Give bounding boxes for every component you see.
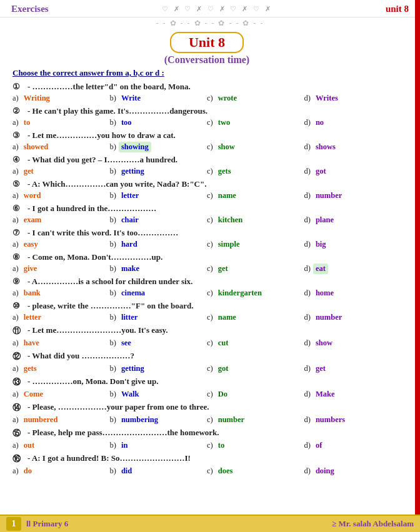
option-label: d) (304, 364, 311, 373)
option-value: to (216, 440, 227, 451)
option-value: cut (216, 338, 231, 348)
option-item: c)got (207, 363, 304, 374)
option-item: d)get (304, 363, 402, 374)
option-value: Do (216, 389, 230, 400)
option-label: d) (304, 264, 311, 273)
option-item: a)have (12, 338, 110, 348)
option-value: number (313, 312, 344, 323)
option-label: d) (304, 94, 311, 103)
option-value: gets (216, 166, 234, 177)
option-label: d) (304, 441, 311, 450)
option-item: a)showed (12, 142, 110, 152)
option-item: a)Writing (12, 93, 110, 104)
option-item: b)too (110, 117, 208, 128)
question-number: ⑤ (12, 179, 28, 189)
option-value: number (216, 415, 247, 425)
option-item: a)get (12, 166, 110, 177)
option-value: simple (216, 239, 242, 250)
question-number: ⑮ (12, 428, 28, 439)
option-item: b)did (110, 466, 208, 476)
option-item: b)Write (110, 93, 208, 104)
option-label: c) (207, 264, 213, 273)
question-text: - I got a hundred in the……………… (28, 204, 401, 214)
option-item: c)show (207, 142, 304, 152)
question-number: ① (12, 82, 28, 92)
option-label: a) (12, 441, 19, 450)
unit-title-box: Unit 8 (12, 32, 401, 53)
option-value: home (313, 288, 336, 298)
option-item: a)gets (12, 363, 110, 374)
option-item: d)no (304, 117, 402, 128)
option-value: Come (21, 389, 46, 400)
question-block: ⑯ - A: I got a hundred! B: So……………………I!a… (12, 453, 401, 476)
option-label: c) (207, 240, 213, 249)
option-value: got (313, 166, 329, 177)
option-item: a)letter (12, 312, 110, 323)
option-label: d) (304, 142, 311, 152)
top-bar: Exercises ♡ ✗ ♡ ✗ ♡ ✗ ♡ ✗ ♡ ✗ unit 8 (0, 0, 420, 17)
question-number: ⑧ (12, 252, 28, 262)
option-label: d) (304, 240, 311, 249)
option-value: did (119, 466, 134, 476)
option-value: cinema (119, 288, 148, 298)
question-block: ① - ……………the letter"d" on the board, Mon… (12, 82, 401, 104)
option-label: a) (12, 215, 19, 225)
option-value: showing (119, 142, 151, 152)
question-block: ⑮ - Please, help me pass……………………the home… (12, 428, 401, 451)
option-label: c) (207, 338, 213, 348)
question-stem: ⑬ - ……………on, Mona. Don't give up. (12, 377, 401, 388)
option-label: c) (207, 94, 213, 103)
option-item: a)give (12, 264, 110, 274)
options-row: a)haveb)seec)cutd)show (12, 338, 401, 348)
option-label: d) (304, 191, 311, 200)
option-value: get (216, 264, 231, 274)
option-value: name (216, 312, 239, 323)
question-text: - ……………on, Mona. Don't give up. (28, 377, 401, 387)
question-block: ⑪ - Let me……………………you. It's easy.a)haveb… (12, 325, 401, 348)
option-value: get (313, 363, 328, 374)
options-row: a)tob)tooc)twod)no (12, 117, 401, 128)
options-row: a)dob)didc)doesd)doing (12, 466, 401, 476)
option-label: a) (12, 94, 19, 103)
question-number: ⑩ (12, 301, 28, 311)
option-item: b)hard (110, 239, 208, 250)
unit-label: unit 8 (386, 4, 409, 14)
option-label: b) (110, 313, 116, 322)
option-value: bank (21, 288, 43, 298)
option-value: wrote (216, 93, 239, 104)
question-text: - A: Which……………can you write, Nada? B:"C… (28, 179, 401, 189)
option-value: numbers (313, 415, 348, 425)
option-value: show (216, 142, 238, 152)
option-item: d)plane (304, 215, 402, 225)
option-label: b) (110, 288, 116, 298)
options-row: a)getsb)gettingc)gotd)get (12, 363, 401, 374)
option-item: d)numbers (304, 415, 402, 425)
option-value: letter (21, 312, 44, 323)
option-label: c) (207, 364, 213, 373)
question-number: ⑭ (12, 402, 28, 413)
question-stem: ⑩ - please, write the ……………"F" on the bo… (12, 301, 401, 311)
option-item: c)get (207, 264, 304, 274)
instruction: Choose the correct answer from a, b,c or… (12, 68, 401, 78)
option-label: b) (110, 390, 116, 399)
option-item: b)chair (110, 215, 208, 225)
option-label: b) (110, 118, 116, 127)
question-block: ⑧ - Come on, Mona. Don't……………up.a)giveb)… (12, 252, 401, 274)
option-label: b) (110, 240, 116, 249)
option-label: a) (12, 118, 19, 127)
question-text: - What did you get? – I…………a hundred. (28, 155, 401, 165)
question-text: - please, write the ……………"F" on the boar… (28, 301, 401, 311)
option-item: c)does (207, 466, 304, 476)
options-row: a)outb)inc)tod)of (12, 440, 401, 451)
option-value: shows (313, 142, 338, 152)
question-number: ⑨ (12, 277, 28, 287)
option-label: b) (110, 191, 116, 200)
footer-page: 1 (6, 517, 21, 531)
question-stem: ② - He can't play this game. It's……………da… (12, 106, 401, 116)
option-item: a)bank (12, 288, 110, 298)
option-item: d)doing (304, 466, 402, 476)
options-row: a)numberedb)numberingc)numberd)numbers (12, 415, 401, 425)
option-item: d)home (304, 288, 402, 298)
exercises-label: Exercises (11, 4, 49, 14)
option-value: big (313, 239, 329, 250)
